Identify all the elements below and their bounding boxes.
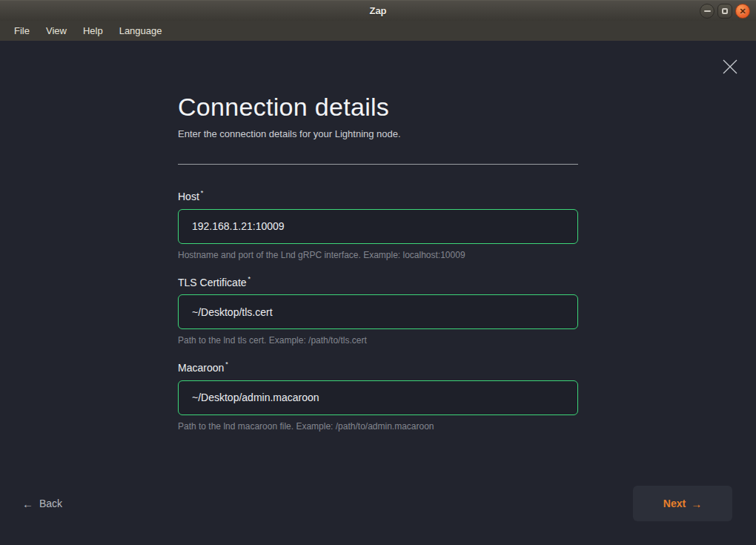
maximize-button[interactable]	[717, 4, 732, 19]
host-helper-text: Hostname and port of the Lnd gRPC interf…	[178, 250, 578, 260]
minimize-button[interactable]	[700, 4, 714, 19]
close-window-icon: ✕	[739, 7, 746, 16]
close-icon	[721, 58, 739, 76]
host-input[interactable]	[178, 209, 578, 244]
tls-certificate-field-group: TLS Certificate* Path to the lnd tls cer…	[178, 276, 578, 346]
divider	[178, 164, 578, 165]
next-button[interactable]: Next →	[633, 486, 732, 521]
back-button[interactable]: ← Back	[22, 498, 62, 510]
dialog-close-button[interactable]	[720, 57, 740, 76]
tls-certificate-helper-text: Path to the lnd tls cert. Example: /path…	[178, 335, 578, 346]
page-subtitle: Enter the connection details for your Li…	[178, 128, 578, 139]
required-marker: *	[201, 189, 204, 196]
back-button-label: Back	[39, 498, 62, 509]
back-arrow-icon: ←	[22, 498, 33, 510]
host-label: Host*	[178, 190, 578, 202]
wizard-footer: ← Back Next →	[22, 486, 732, 521]
macaroon-helper-text: Path to the lnd macaroon file. Example: …	[178, 421, 578, 432]
macaroon-input[interactable]	[178, 380, 578, 415]
minimize-icon	[704, 10, 711, 12]
macaroon-label: Macaroon*	[178, 361, 578, 374]
maximize-icon	[722, 8, 728, 14]
next-arrow-icon: →	[691, 498, 702, 510]
window-title: Zap	[369, 5, 386, 16]
menu-help[interactable]: Help	[75, 22, 111, 39]
menu-file[interactable]: File	[6, 22, 38, 39]
connection-form: Host* Hostname and port of the Lnd gRPC …	[178, 190, 578, 432]
connection-details-screen: Connection details Enter the connection …	[0, 41, 756, 545]
window-controls: ✕	[700, 4, 750, 19]
tls-certificate-input[interactable]	[178, 294, 578, 329]
menu-language[interactable]: Language	[111, 22, 170, 39]
window-titlebar[interactable]: Zap ✕	[0, 0, 756, 21]
page-title: Connection details	[178, 93, 578, 122]
macaroon-field-group: Macaroon* Path to the lnd macaroon file.…	[178, 361, 578, 432]
close-window-button[interactable]: ✕	[735, 4, 750, 19]
menubar: File View Help Language	[0, 21, 756, 41]
required-marker: *	[225, 360, 228, 368]
next-button-label: Next	[663, 498, 686, 509]
tls-certificate-label: TLS Certificate*	[178, 276, 578, 288]
required-marker: *	[248, 275, 251, 283]
host-field-group: Host* Hostname and port of the Lnd gRPC …	[178, 190, 578, 260]
form-container: Connection details Enter the connection …	[178, 41, 578, 432]
menu-view[interactable]: View	[38, 22, 75, 39]
